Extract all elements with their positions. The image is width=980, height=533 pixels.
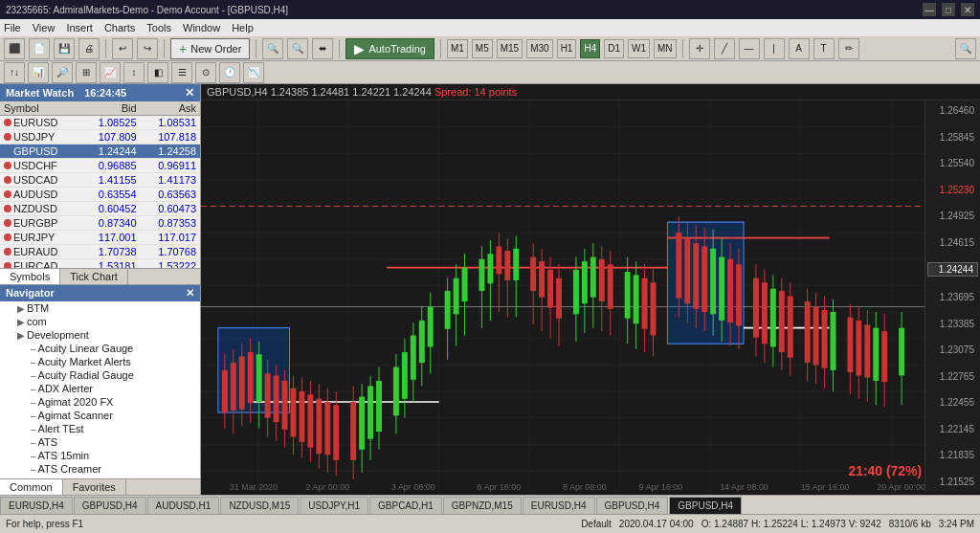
market-watch-row[interactable]: EURAUD1.707381.70768 [0, 245, 200, 259]
vline-btn[interactable]: | [764, 38, 785, 59]
search-btn[interactable]: 🔍 [955, 38, 976, 59]
navigator-tree-item[interactable]: – Agimat Scanner [0, 409, 200, 422]
menu-insert[interactable]: Insert [66, 22, 93, 33]
maximize-button[interactable]: □ [942, 3, 955, 16]
toolbar-chart-scroll[interactable]: ⬌ [312, 38, 333, 59]
tb2-btn6[interactable]: ↕ [123, 62, 145, 83]
toolbar-btn-6[interactable]: ↪ [137, 38, 158, 59]
line-btn[interactable]: ╱ [714, 38, 735, 59]
toolbar-btn-1[interactable]: ⬛ [4, 38, 25, 59]
tb2-btn11[interactable]: 📉 [243, 62, 264, 83]
market-watch-row[interactable]: AUDUSD0.635540.63563 [0, 188, 200, 202]
navigator-tree-item[interactable]: – Agimat 2020 FX [0, 395, 200, 409]
market-watch-row[interactable]: USDJPY107.809107.818 [0, 130, 200, 144]
market-watch-row[interactable]: NZDUSD0.604520.60473 [0, 202, 200, 216]
status-time: 3:24 PM [939, 519, 974, 529]
menu-window[interactable]: Window [183, 22, 220, 33]
menu-view[interactable]: View [33, 22, 56, 33]
autotrading-button[interactable]: ▶ AutoTrading [345, 38, 434, 59]
toolbar-zoom-in[interactable]: 🔍 [262, 38, 283, 59]
text-btn[interactable]: T [813, 38, 835, 59]
ask-cell: 1.41173 [141, 173, 200, 188]
toolbar-btn-2[interactable]: 📄 [29, 38, 50, 59]
tb2-btn1[interactable]: ↑↓ [4, 62, 25, 83]
tab-symbols[interactable]: Symbols [0, 269, 60, 284]
menu-help[interactable]: Help [232, 22, 254, 33]
market-watch-time: 16:24:45 [84, 87, 126, 99]
tb2-btn8[interactable]: ☰ [171, 62, 192, 83]
chart-tab-eurusd-h4-2[interactable]: EURUSD,H4 [523, 497, 595, 514]
tf-d1[interactable]: D1 [604, 39, 624, 58]
chart-tab-usdjpy-h1[interactable]: USDJPY,H1 [300, 497, 368, 514]
market-watch-row[interactable]: USDCAD1.411551.41173 [0, 173, 200, 188]
menu-charts[interactable]: Charts [104, 22, 135, 33]
navigator-tree-item[interactable]: – ATS [0, 435, 200, 449]
chart-tab-audusd-h1[interactable]: AUDUSD,H1 [147, 497, 220, 514]
chart-canvas[interactable]: 31 Mar 2020 2 Apr 00:00 3 Apr 08:00 6 Ap… [201, 100, 924, 492]
navigator-tree-item[interactable]: ▶ BTM [0, 301, 200, 315]
hline-btn[interactable]: — [739, 38, 760, 59]
market-watch-row[interactable]: EURGBP0.873400.87353 [0, 216, 200, 231]
chart-tab-gbpcad-h1[interactable]: GBPCAD,H1 [369, 497, 442, 514]
fib-btn[interactable]: A [789, 38, 810, 59]
menu-tools[interactable]: Tools [146, 22, 171, 33]
navigator-tree-item[interactable]: – ADX Alerter [0, 382, 200, 395]
tb2-btn7[interactable]: ◧ [147, 62, 168, 83]
tf-mn[interactable]: MN [654, 39, 677, 58]
chart-tab-gbpusd-h4-1[interactable]: GBPUSD,H4 [74, 497, 146, 514]
navigator-tree-item[interactable]: ▶ Development [0, 328, 200, 342]
market-watch-close-button[interactable]: ✕ [185, 86, 194, 100]
navigator-tree-item[interactable]: – Alert TEst [0, 422, 200, 435]
menu-file[interactable]: File [4, 22, 21, 33]
tb2-btn5[interactable]: 📈 [100, 62, 121, 83]
tb2-btn9[interactable]: ⊙ [195, 62, 216, 83]
navigator-tree-item[interactable]: – Acuity Radial Gauge [0, 368, 200, 382]
tree-item-label: Acuity Linear Gauge [38, 343, 134, 354]
chart-tab-gbpnzd-m15[interactable]: GBPNZD,M15 [443, 497, 522, 514]
chart-tab-gbpusd-h4-active[interactable]: GBPUSD,H4 [669, 497, 742, 514]
market-watch-row[interactable]: EURJPY117.001117.017 [0, 231, 200, 245]
minimize-button[interactable]: — [923, 3, 936, 16]
close-button[interactable]: ✕ [961, 3, 974, 16]
toolbar-btn-5[interactable]: ↩ [112, 38, 133, 59]
market-watch-row[interactable]: GBPUSD1.242441.24258 [0, 144, 200, 159]
svg-text:14 Apr 08:00: 14 Apr 08:00 [720, 480, 768, 492]
svg-rect-74 [368, 386, 373, 438]
tab-tick-chart[interactable]: Tick Chart [60, 269, 128, 284]
nav-tab-favorites[interactable]: Favorites [63, 479, 126, 495]
new-order-button[interactable]: + New Order [170, 38, 250, 59]
market-watch-row[interactable]: EURCAD1.531811.53222 [0, 259, 200, 269]
toolbar-zoom-out[interactable]: 🔍 [287, 38, 308, 59]
navigator-tree-item[interactable]: – ATS Creamer [0, 462, 200, 476]
navigator-tree-item[interactable]: ▶ com [0, 315, 200, 328]
tb2-btn10[interactable]: 🕐 [219, 62, 240, 83]
nav-tab-common[interactable]: Common [0, 479, 63, 495]
chart-tab-nzdusd-m15[interactable]: NZDUSD,M15 [220, 497, 299, 514]
tf-h1[interactable]: H1 [557, 39, 577, 58]
col-bid: Bid [80, 101, 140, 116]
tf-m30[interactable]: M30 [526, 39, 552, 58]
tf-w1[interactable]: W1 [628, 39, 650, 58]
navigator-tree-item[interactable]: – Acuity Market Alerts [0, 355, 200, 368]
chart-tab-gbpusd-h4-2[interactable]: GBPUSD,H4 [596, 497, 669, 514]
tf-m1[interactable]: M1 [447, 39, 468, 58]
tf-m5[interactable]: M5 [472, 39, 493, 58]
tf-m15[interactable]: M15 [497, 39, 523, 58]
bid-cell: 1.41155 [80, 173, 140, 188]
chart-tab-eurusd-h4-1[interactable]: EURUSD,H4 [0, 497, 73, 514]
svg-rect-122 [625, 272, 631, 319]
toolbar-btn-3[interactable]: 💾 [54, 38, 75, 59]
navigator-close-button[interactable]: ✕ [186, 287, 194, 300]
ask-cell: 0.96911 [141, 159, 200, 173]
market-watch-row[interactable]: EURUSD1.085251.08531 [0, 116, 200, 130]
navigator-tree-item[interactable]: – Acuity Linear Gauge [0, 342, 200, 355]
tf-h4[interactable]: H4 [580, 39, 600, 58]
market-watch-row[interactable]: USDCHF0.968850.96911 [0, 159, 200, 173]
navigator-tree-item[interactable]: – ATS 15min [0, 449, 200, 462]
crosshair-btn[interactable]: ✛ [689, 38, 710, 59]
tb2-btn3[interactable]: 🔎 [52, 62, 73, 83]
draw-btn[interactable]: ✏ [838, 38, 859, 59]
toolbar-btn-4[interactable]: 🖨 [78, 38, 100, 59]
tb2-btn4[interactable]: ⊞ [76, 62, 97, 83]
tb2-btn2[interactable]: 📊 [28, 62, 49, 83]
